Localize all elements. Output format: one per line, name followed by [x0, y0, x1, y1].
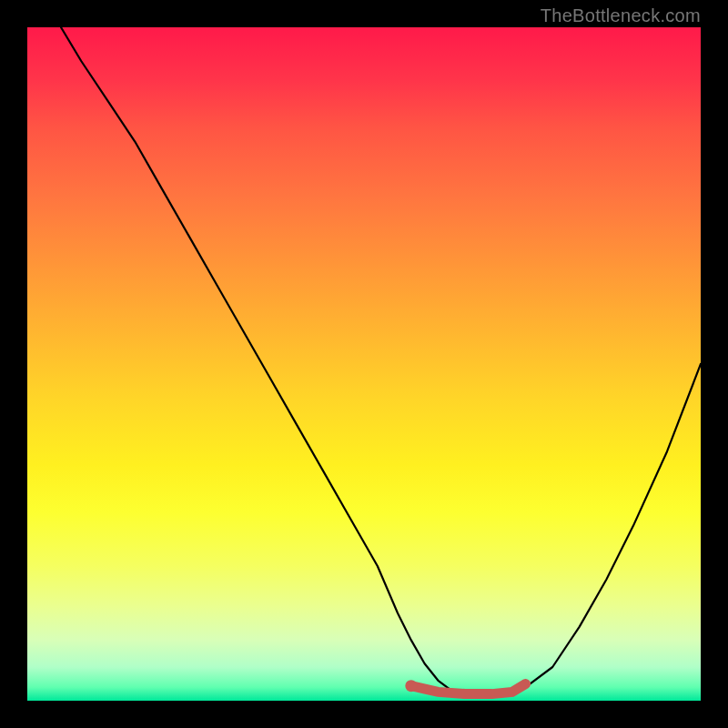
- bottleneck-curve: [61, 27, 701, 694]
- chart-container: TheBottleneck.com: [0, 0, 728, 728]
- valley-start-dot: [405, 680, 417, 692]
- plot-area: [27, 27, 701, 701]
- chart-svg: [27, 27, 701, 701]
- watermark-text: TheBottleneck.com: [541, 5, 701, 26]
- valley-highlight-line: [411, 684, 526, 694]
